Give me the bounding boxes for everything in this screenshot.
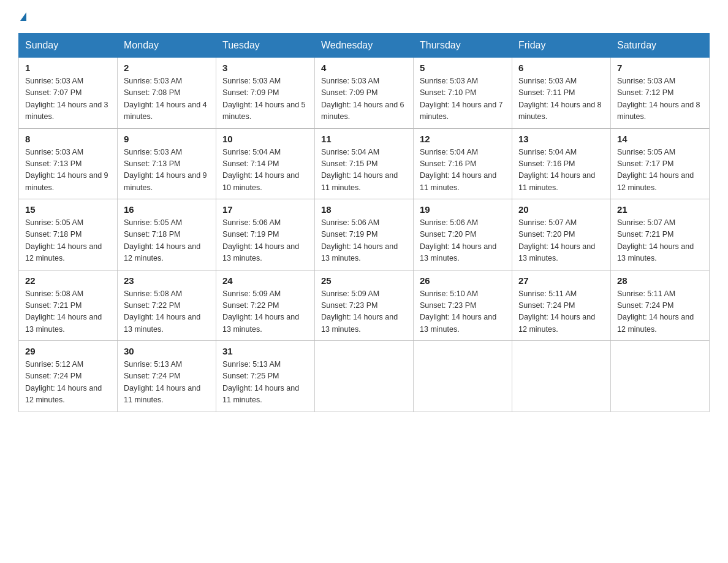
calendar-day-cell: 14 Sunrise: 5:05 AMSunset: 7:17 PMDaylig…: [611, 128, 710, 199]
day-number: 21: [617, 204, 703, 215]
calendar-table: SundayMondayTuesdayWednesdayThursdayFrid…: [18, 33, 710, 412]
day-number: 25: [321, 275, 407, 286]
day-number: 5: [420, 63, 506, 73]
day-number: 12: [420, 134, 506, 144]
day-number: 22: [25, 275, 111, 286]
calendar-day-cell: 17 Sunrise: 5:06 AMSunset: 7:19 PMDaylig…: [216, 199, 315, 270]
calendar-day-cell: [512, 341, 611, 412]
day-info: Sunrise: 5:13 AMSunset: 7:24 PMDaylight:…: [124, 360, 200, 404]
day-info: Sunrise: 5:08 AMSunset: 7:21 PMDaylight:…: [25, 289, 102, 334]
calendar-day-cell: [414, 341, 512, 412]
calendar-day-cell: 13 Sunrise: 5:04 AMSunset: 7:16 PMDaylig…: [512, 128, 611, 199]
day-number: 16: [124, 204, 210, 215]
day-number: 14: [617, 134, 703, 144]
weekday-header-wednesday: Wednesday: [315, 34, 414, 58]
day-info: Sunrise: 5:03 AMSunset: 7:10 PMDaylight:…: [420, 77, 503, 121]
day-info: Sunrise: 5:10 AMSunset: 7:23 PMDaylight:…: [420, 289, 496, 334]
day-info: Sunrise: 5:07 AMSunset: 7:20 PMDaylight:…: [518, 218, 595, 262]
calendar-day-cell: 5 Sunrise: 5:03 AMSunset: 7:10 PMDayligh…: [414, 58, 512, 129]
day-info: Sunrise: 5:04 AMSunset: 7:16 PMDaylight:…: [518, 148, 595, 192]
calendar-week-row: 8 Sunrise: 5:03 AMSunset: 7:13 PMDayligh…: [19, 128, 710, 199]
day-number: 2: [124, 63, 210, 73]
calendar-day-cell: 28 Sunrise: 5:11 AMSunset: 7:24 PMDaylig…: [611, 270, 710, 341]
day-number: 6: [518, 63, 604, 73]
day-info: Sunrise: 5:06 AMSunset: 7:20 PMDaylight:…: [420, 218, 496, 262]
day-number: 27: [518, 275, 604, 286]
calendar-week-row: 29 Sunrise: 5:12 AMSunset: 7:24 PMDaylig…: [19, 341, 710, 412]
weekday-header-row: SundayMondayTuesdayWednesdayThursdayFrid…: [19, 34, 710, 58]
day-number: 7: [617, 63, 703, 73]
day-info: Sunrise: 5:03 AMSunset: 7:13 PMDaylight:…: [124, 148, 207, 192]
day-info: Sunrise: 5:07 AMSunset: 7:21 PMDaylight:…: [617, 218, 694, 262]
day-number: 30: [124, 346, 210, 356]
day-info: Sunrise: 5:11 AMSunset: 7:24 PMDaylight:…: [617, 289, 694, 334]
calendar-day-cell: [315, 341, 414, 412]
day-info: Sunrise: 5:03 AMSunset: 7:09 PMDaylight:…: [222, 77, 306, 121]
day-info: Sunrise: 5:03 AMSunset: 7:09 PMDaylight:…: [321, 77, 404, 121]
calendar-day-cell: [611, 341, 710, 412]
calendar-day-cell: 3 Sunrise: 5:03 AMSunset: 7:09 PMDayligh…: [216, 58, 315, 129]
day-number: 24: [222, 275, 308, 286]
weekday-header-saturday: Saturday: [611, 34, 710, 58]
day-info: Sunrise: 5:03 AMSunset: 7:12 PMDaylight:…: [617, 77, 700, 121]
day-info: Sunrise: 5:03 AMSunset: 7:08 PMDaylight:…: [124, 77, 207, 121]
day-info: Sunrise: 5:03 AMSunset: 7:11 PMDaylight:…: [518, 77, 602, 121]
weekday-header-monday: Monday: [118, 34, 216, 58]
day-number: 9: [124, 134, 210, 144]
calendar-day-cell: 10 Sunrise: 5:04 AMSunset: 7:14 PMDaylig…: [216, 128, 315, 199]
calendar-day-cell: 21 Sunrise: 5:07 AMSunset: 7:21 PMDaylig…: [611, 199, 710, 270]
day-info: Sunrise: 5:09 AMSunset: 7:22 PMDaylight:…: [222, 289, 299, 334]
calendar-day-cell: 26 Sunrise: 5:10 AMSunset: 7:23 PMDaylig…: [414, 270, 512, 341]
day-info: Sunrise: 5:06 AMSunset: 7:19 PMDaylight:…: [321, 218, 398, 262]
calendar-day-cell: 12 Sunrise: 5:04 AMSunset: 7:16 PMDaylig…: [414, 128, 512, 199]
calendar-day-cell: 27 Sunrise: 5:11 AMSunset: 7:24 PMDaylig…: [512, 270, 611, 341]
day-info: Sunrise: 5:05 AMSunset: 7:18 PMDaylight:…: [25, 218, 102, 262]
day-info: Sunrise: 5:12 AMSunset: 7:24 PMDaylight:…: [25, 360, 102, 404]
day-number: 29: [25, 346, 111, 356]
day-info: Sunrise: 5:05 AMSunset: 7:17 PMDaylight:…: [617, 148, 694, 192]
day-info: Sunrise: 5:05 AMSunset: 7:18 PMDaylight:…: [124, 218, 200, 262]
calendar-day-cell: 9 Sunrise: 5:03 AMSunset: 7:13 PMDayligh…: [118, 128, 216, 199]
calendar-day-cell: 8 Sunrise: 5:03 AMSunset: 7:13 PMDayligh…: [19, 128, 118, 199]
calendar-week-row: 1 Sunrise: 5:03 AMSunset: 7:07 PMDayligh…: [19, 58, 710, 129]
calendar-day-cell: 11 Sunrise: 5:04 AMSunset: 7:15 PMDaylig…: [315, 128, 414, 199]
calendar-day-cell: 15 Sunrise: 5:05 AMSunset: 7:18 PMDaylig…: [19, 199, 118, 270]
weekday-header-thursday: Thursday: [414, 34, 512, 58]
day-number: 20: [518, 204, 604, 215]
day-info: Sunrise: 5:08 AMSunset: 7:22 PMDaylight:…: [124, 289, 200, 334]
weekday-header-sunday: Sunday: [19, 34, 118, 58]
day-info: Sunrise: 5:04 AMSunset: 7:15 PMDaylight:…: [321, 148, 398, 192]
calendar-week-row: 15 Sunrise: 5:05 AMSunset: 7:18 PMDaylig…: [19, 199, 710, 270]
day-number: 17: [222, 204, 308, 215]
day-number: 18: [321, 204, 407, 215]
day-number: 31: [222, 346, 308, 356]
day-number: 3: [222, 63, 308, 73]
calendar-day-cell: 22 Sunrise: 5:08 AMSunset: 7:21 PMDaylig…: [19, 270, 118, 341]
day-number: 8: [25, 134, 111, 144]
day-number: 19: [420, 204, 506, 215]
logo: [18, 12, 26, 22]
calendar-day-cell: 2 Sunrise: 5:03 AMSunset: 7:08 PMDayligh…: [118, 58, 216, 129]
day-number: 4: [321, 63, 407, 73]
calendar-day-cell: 23 Sunrise: 5:08 AMSunset: 7:22 PMDaylig…: [118, 270, 216, 341]
day-info: Sunrise: 5:04 AMSunset: 7:14 PMDaylight:…: [222, 148, 299, 192]
calendar-day-cell: 24 Sunrise: 5:09 AMSunset: 7:22 PMDaylig…: [216, 270, 315, 341]
day-info: Sunrise: 5:09 AMSunset: 7:23 PMDaylight:…: [321, 289, 398, 334]
day-number: 1: [25, 63, 111, 73]
calendar-day-cell: 25 Sunrise: 5:09 AMSunset: 7:23 PMDaylig…: [315, 270, 414, 341]
day-number: 23: [124, 275, 210, 286]
day-info: Sunrise: 5:13 AMSunset: 7:25 PMDaylight:…: [222, 360, 299, 404]
page-header: [18, 12, 710, 22]
calendar-day-cell: 6 Sunrise: 5:03 AMSunset: 7:11 PMDayligh…: [512, 58, 611, 129]
day-number: 26: [420, 275, 506, 286]
calendar-day-cell: 20 Sunrise: 5:07 AMSunset: 7:20 PMDaylig…: [512, 199, 611, 270]
calendar-day-cell: 4 Sunrise: 5:03 AMSunset: 7:09 PMDayligh…: [315, 58, 414, 129]
day-number: 11: [321, 134, 407, 144]
calendar-day-cell: 18 Sunrise: 5:06 AMSunset: 7:19 PMDaylig…: [315, 199, 414, 270]
calendar-day-cell: 7 Sunrise: 5:03 AMSunset: 7:12 PMDayligh…: [611, 58, 710, 129]
day-info: Sunrise: 5:04 AMSunset: 7:16 PMDaylight:…: [420, 148, 496, 192]
calendar-day-cell: 16 Sunrise: 5:05 AMSunset: 7:18 PMDaylig…: [118, 199, 216, 270]
day-info: Sunrise: 5:06 AMSunset: 7:19 PMDaylight:…: [222, 218, 299, 262]
day-number: 15: [25, 204, 111, 215]
day-number: 13: [518, 134, 604, 144]
